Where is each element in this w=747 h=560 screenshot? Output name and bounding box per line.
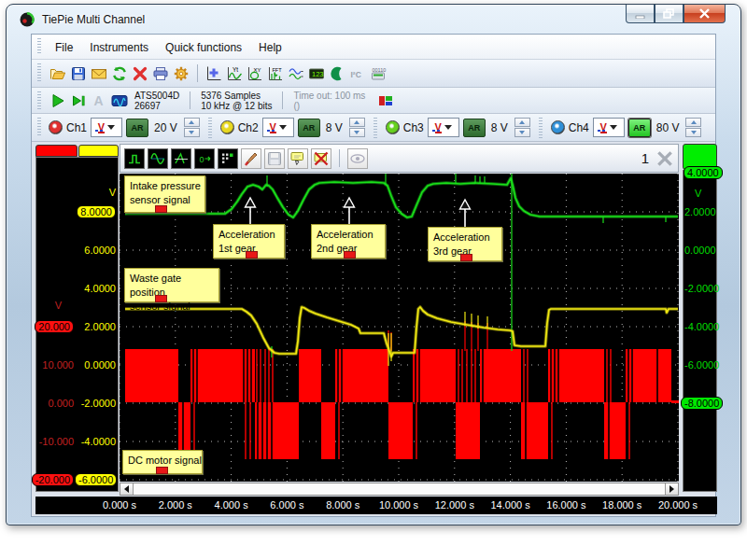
yellow-axis-tick: 6.0000	[75, 245, 116, 256]
green-axis-min: -8.0000	[681, 397, 727, 410]
channel-ch4-coupling-dropdown[interactable]: V	[593, 118, 625, 137]
graph-close-button[interactable]	[655, 149, 674, 168]
horizontal-scrollbar[interactable]	[120, 483, 679, 496]
start-measurement-button[interactable]	[49, 91, 67, 110]
menu-item-help[interactable]: Help	[250, 38, 290, 57]
restore-button[interactable]	[655, 5, 684, 23]
annotation-waste-gate[interactable]: Waste gate positionsensor signal	[124, 268, 219, 302]
instrument-model: ATS5004D	[134, 91, 179, 101]
channel-label: Ch3	[403, 121, 424, 134]
annotation-accel-3rd[interactable]: Acceleration3rd gear	[428, 227, 502, 261]
graph-paint-button[interactable]	[241, 148, 261, 169]
channel-ch3-autorange-button[interactable]: AR	[463, 119, 486, 137]
one-shot-button[interactable]	[69, 91, 88, 110]
main-toolbar: YtXYFFT123I²C00110	[32, 60, 715, 88]
channel-ch2-coupling-dropdown[interactable]: V	[262, 118, 294, 137]
window-controls	[626, 5, 726, 23]
red-axis-header[interactable]	[35, 145, 78, 157]
settings-button[interactable]	[172, 64, 190, 83]
scroll-left-button[interactable]	[120, 483, 134, 495]
menu-item-file[interactable]: File	[47, 38, 81, 57]
separator	[190, 91, 190, 109]
annotation-marker[interactable]	[460, 254, 472, 261]
menu-item-instruments[interactable]: Instruments	[81, 38, 157, 57]
minimize-button[interactable]	[626, 5, 655, 23]
close-button[interactable]	[684, 5, 726, 23]
dc-dashes-icon	[95, 130, 105, 132]
open-button[interactable]	[49, 64, 67, 83]
dc-dashes-icon	[432, 130, 442, 132]
green-axis-tick: 0.0000	[684, 245, 727, 256]
graph-zero-mode-button[interactable]: 0	[194, 148, 215, 169]
xy-graph-button[interactable]: XY	[246, 64, 264, 83]
svg-text:A: A	[94, 93, 104, 108]
menubar-grip	[37, 38, 41, 55]
channel-led-ch1	[49, 120, 63, 134]
scroll-right-button[interactable]	[665, 483, 678, 495]
time-tick-label: 8.000 s	[326, 499, 359, 511]
step-up-button[interactable]	[184, 118, 200, 127]
graph-table-mode-button[interactable]	[218, 148, 238, 169]
channel-ch3-range-stepper[interactable]	[514, 118, 530, 137]
annotation-marker[interactable]	[155, 205, 167, 213]
channel-group-ch2: Ch2VAR8 V	[220, 118, 365, 137]
time-tick-label: 2.000 s	[159, 499, 192, 511]
save-button[interactable]	[69, 64, 88, 83]
step-up-button[interactable]	[349, 118, 365, 127]
channel-ch2-range-value: 8 V	[326, 121, 343, 134]
waveform-compare-button[interactable]	[287, 64, 305, 83]
yellow-axis-tick: 0.0000	[75, 359, 116, 371]
add-label-button[interactable]	[288, 148, 308, 169]
menu-item-quick-functions[interactable]: Quick functions	[157, 38, 250, 57]
plot-area[interactable]	[120, 174, 679, 482]
svg-text:Yt: Yt	[233, 66, 238, 73]
yellow-axis-header[interactable]	[78, 145, 119, 157]
delete-button[interactable]	[131, 64, 149, 83]
step-up-button[interactable]	[685, 118, 701, 127]
channel-ch4-autorange-button[interactable]: AR	[628, 119, 651, 137]
annotation-marker[interactable]	[156, 467, 168, 474]
annotation-accel-1st[interactable]: Acceleration1st gear	[213, 224, 285, 259]
channel-ch1-range-stepper[interactable]	[184, 118, 200, 137]
channel-ch2-range-stepper[interactable]	[349, 118, 365, 137]
protocol-button[interactable]: 00110	[369, 64, 388, 83]
step-down-button[interactable]	[685, 128, 701, 137]
annotation-dc-motor[interactable]: DC motor signal	[122, 450, 203, 474]
annotation-intake[interactable]: Intake pressuresensor signal	[124, 175, 205, 213]
yt-graph-button[interactable]: Yt	[225, 64, 244, 83]
fft-graph-button[interactable]: FFT	[266, 64, 285, 83]
graph-envelope-mode-button[interactable]	[171, 148, 191, 169]
time-tick-label: 4.000 s	[215, 499, 248, 511]
step-up-button[interactable]	[514, 118, 530, 127]
axis-limit-badge: 8.0000	[77, 205, 116, 218]
menubar: FileInstrumentsQuick functionsHelp	[32, 35, 715, 60]
i2c-button[interactable]: I²C	[348, 64, 367, 83]
annotation-marker[interactable]	[155, 295, 167, 302]
add-graph-button[interactable]	[204, 64, 223, 83]
svg-text:XY: XY	[254, 66, 261, 72]
chevron-down-icon	[279, 125, 287, 130]
green-axis-tick: -2.0000	[684, 283, 727, 294]
channel-ch3-coupling-dropdown[interactable]: V	[428, 118, 459, 137]
delete-label-button[interactable]	[311, 148, 331, 169]
step-down-button[interactable]	[184, 128, 200, 137]
print-button[interactable]	[151, 64, 170, 83]
channel-ch4-range-stepper[interactable]	[685, 118, 701, 137]
step-down-button[interactable]	[514, 128, 530, 137]
crescent-button[interactable]	[328, 64, 346, 83]
annotation-accel-2nd[interactable]: Acceleration2nd gear	[311, 224, 386, 259]
annotation-marker[interactable]	[344, 251, 356, 259]
titlebar[interactable]: TiePie Multi Channel	[7, 5, 740, 34]
graph-signal-mode-button[interactable]	[148, 148, 168, 169]
meter-button[interactable]: 123	[307, 64, 326, 83]
graph-stream-mode-button[interactable]	[124, 148, 145, 169]
channel-ch1-coupling-dropdown[interactable]: V	[91, 118, 122, 137]
dc-dashes-icon	[267, 130, 276, 132]
channel-ch4-range-value: 80 V	[656, 121, 680, 134]
channel-ch1-autorange-button[interactable]: AR	[126, 119, 148, 137]
email-button[interactable]	[90, 64, 108, 83]
annotation-marker[interactable]	[246, 251, 258, 259]
channel-ch2-autorange-button[interactable]: AR	[298, 119, 320, 137]
step-down-button[interactable]	[349, 128, 365, 137]
refresh-button[interactable]	[110, 64, 129, 83]
